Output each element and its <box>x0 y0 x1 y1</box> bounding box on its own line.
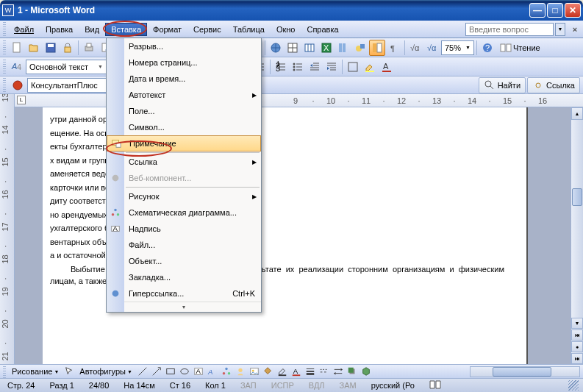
document-map-button[interactable] <box>369 40 385 56</box>
style-combo[interactable]: Основной текст▼ <box>26 60 107 74</box>
3d-button[interactable] <box>360 366 373 377</box>
equation2-button[interactable]: √α <box>424 40 440 56</box>
consultant-icon[interactable] <box>10 77 26 93</box>
menu-window[interactable]: Окно <box>271 23 301 36</box>
shadow-button[interactable] <box>346 366 359 377</box>
menu-item-bookmark[interactable]: Закладка... <box>107 269 261 285</box>
line-color-button[interactable] <box>276 366 289 377</box>
toolbar-grip[interactable] <box>3 40 6 55</box>
scroll-down-icon[interactable]: ▼ <box>571 318 583 329</box>
menu-view[interactable]: Вид <box>79 23 105 36</box>
toolbar-grip[interactable] <box>3 22 6 37</box>
vertical-ruler[interactable]: 13·14·15·16·17·18·19·20·21·22·23· <box>0 94 15 364</box>
insert-table-button[interactable] <box>301 40 318 56</box>
status-ovr[interactable]: ЗАМ <box>337 381 360 390</box>
menu-item-hyperlink[interactable]: Гиперссылка...Ctrl+K <box>107 285 261 302</box>
next-page-icon[interactable]: ⏭ <box>571 353 583 364</box>
font-color-button[interactable]: A <box>290 366 303 377</box>
horizontal-scrollbar[interactable] <box>470 366 580 377</box>
menu-item-reference[interactable]: Ссылка▶ <box>107 154 261 170</box>
dash-style-button[interactable] <box>318 366 331 377</box>
excel-button[interactable]: X <box>318 40 335 56</box>
menu-help[interactable]: Справка <box>301 23 344 36</box>
help-button[interactable]: ? <box>479 40 496 56</box>
menu-edit[interactable]: Правка <box>40 23 79 36</box>
drawing-menu[interactable]: Рисование ▼ <box>9 367 62 376</box>
select-objects-button[interactable] <box>62 366 76 377</box>
status-ext[interactable]: ВДЛ <box>306 381 328 390</box>
show-hide-button[interactable]: ¶ <box>386 40 402 56</box>
menu-format[interactable]: Формат <box>147 23 187 36</box>
menu-item-picture[interactable]: Рисунок▶ <box>107 188 261 204</box>
reading-layout-button[interactable]: Чтение <box>496 40 544 56</box>
new-doc-button[interactable] <box>9 40 25 56</box>
line-button[interactable] <box>136 366 149 377</box>
menu-tools[interactable]: Сервис <box>187 23 227 36</box>
menu-item-field[interactable]: Поле... <box>107 103 261 119</box>
numbering-button[interactable]: 123 <box>273 59 289 75</box>
wordart-button[interactable]: A <box>206 366 219 377</box>
status-language[interactable]: русский (Ро <box>368 381 418 390</box>
menu-item-comment[interactable]: Примечание <box>107 135 261 152</box>
tables-borders-button[interactable] <box>285 40 301 56</box>
menu-item-diagram[interactable]: Схематическая диаграмма... <box>107 204 261 221</box>
help-close-icon[interactable]: × <box>570 24 580 35</box>
increase-indent-button[interactable] <box>323 59 340 75</box>
textbox-button[interactable]: A <box>192 366 205 377</box>
status-trk[interactable]: ИСПР <box>268 381 297 390</box>
toolbar-grip[interactable] <box>3 364 6 379</box>
menu-insert[interactable]: Вставка <box>105 23 147 36</box>
insert-picture-button[interactable] <box>248 366 261 377</box>
help-search-input[interactable] <box>465 23 554 36</box>
menu-expand-icon[interactable]: ▾ <box>107 302 261 312</box>
prev-page-icon[interactable]: ⏮ <box>571 329 583 341</box>
menu-item-symbol[interactable]: Символ... <box>107 119 261 135</box>
menu-item-file[interactable]: Файл... <box>107 237 261 253</box>
browse-object-icon[interactable]: ● <box>571 341 583 352</box>
menu-item-textbox[interactable]: AНадпись <box>107 221 261 237</box>
fill-color-button[interactable] <box>262 366 275 377</box>
status-rec[interactable]: ЗАП <box>237 381 260 390</box>
minimize-button[interactable]: — <box>529 3 546 18</box>
rectangle-button[interactable] <box>164 366 177 377</box>
ruler-corner[interactable]: L <box>17 96 26 104</box>
menu-item-page-numbers[interactable]: Номера страниц... <box>107 54 261 71</box>
menu-item-object[interactable]: Объект... <box>107 253 261 269</box>
toolbar-grip[interactable] <box>3 78 6 93</box>
bullets-button[interactable] <box>290 59 306 75</box>
permissions-button[interactable] <box>60 40 76 56</box>
equation-button[interactable]: √α <box>407 40 423 56</box>
maximize-button[interactable]: □ <box>547 3 563 18</box>
toolbar-grip[interactable] <box>3 60 6 74</box>
menu-file[interactable]: Файл <box>8 23 40 36</box>
menu-item-autotext[interactable]: Автотекст▶ <box>107 87 261 103</box>
diagram-button[interactable] <box>220 366 233 377</box>
close-button[interactable]: ✕ <box>565 3 581 18</box>
styles-pane-button[interactable]: A4 <box>9 59 25 75</box>
zoom-combo[interactable]: 75%▼ <box>441 40 474 55</box>
oval-button[interactable] <box>178 366 191 377</box>
open-button[interactable] <box>26 40 42 56</box>
borders-button[interactable] <box>345 59 361 75</box>
vertical-scrollbar[interactable]: ▲ ▼ ⏮ ● ⏭ <box>571 107 583 364</box>
arrow-style-button[interactable] <box>332 366 345 377</box>
clipart-button[interactable] <box>234 366 247 377</box>
scroll-thumb[interactable] <box>572 188 582 206</box>
resize-grip[interactable] <box>568 380 579 391</box>
menu-table[interactable]: Таблица <box>227 23 271 36</box>
hyperlink-button[interactable] <box>268 40 284 56</box>
help-dropdown-icon[interactable]: ▼ <box>555 23 565 36</box>
save-button[interactable] <box>43 40 59 56</box>
menu-item-datetime[interactable]: Дата и время... <box>107 71 261 87</box>
drawing-button[interactable] <box>352 40 368 56</box>
font-color-button[interactable]: A <box>379 59 395 75</box>
link-button[interactable]: Ссылка <box>527 77 580 93</box>
autoshapes-menu[interactable]: Автофигуры ▼ <box>76 367 135 376</box>
highlight-button[interactable] <box>362 59 378 75</box>
status-book-icon[interactable] <box>426 380 444 391</box>
hscroll-thumb[interactable] <box>493 367 551 377</box>
columns-button[interactable] <box>335 40 351 56</box>
arrow-button[interactable] <box>150 366 163 377</box>
horizontal-ruler[interactable]: L 9·10·11·12·13·14·15·16 <box>15 94 583 107</box>
line-style-button[interactable] <box>304 366 317 377</box>
